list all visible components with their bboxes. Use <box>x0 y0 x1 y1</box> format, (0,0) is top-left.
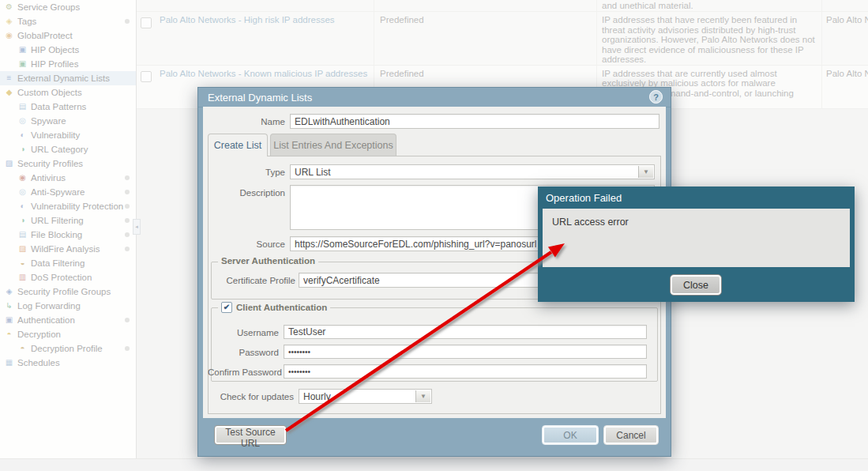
test-source-url-button[interactable]: Test Source URL <box>214 425 287 445</box>
username-label: Username <box>216 328 279 337</box>
dialog-title: External Dynamic Lists <box>198 88 671 107</box>
cancel-button[interactable]: Cancel <box>603 425 659 445</box>
server-authentication-legend: Server Authentication <box>218 256 318 266</box>
operation-failed-popup: Operation Failed URL access error Close <box>538 187 855 302</box>
name-input[interactable] <box>290 114 659 129</box>
client-authentication-checkbox[interactable]: ✔ <box>221 302 232 313</box>
tab-create-list[interactable]: Create List <box>208 134 268 156</box>
confirm-password-label: Confirm Password <box>208 367 279 377</box>
source-label: Source <box>216 239 285 249</box>
popup-message: URL access error <box>543 209 850 267</box>
confirm-password-input[interactable] <box>284 364 647 379</box>
type-label: Type <box>216 168 285 177</box>
description-label: Description <box>216 188 285 198</box>
type-select[interactable]: URL List ▼ <box>290 164 655 179</box>
ok-button[interactable]: OK <box>542 425 599 445</box>
chevron-down-icon[interactable]: ▼ <box>415 390 430 402</box>
tab-list-entries-and-exceptions[interactable]: List Entries And Exceptions <box>270 134 396 156</box>
password-label: Password <box>216 348 279 357</box>
chevron-down-icon[interactable]: ▼ <box>638 166 653 178</box>
help-icon[interactable]: ? <box>649 90 663 104</box>
popup-title: Operation Failed <box>538 187 855 209</box>
check-for-updates-label: Check for updates <box>216 392 294 401</box>
client-authentication-legend-text: Client Authentication <box>236 303 327 312</box>
password-input[interactable] <box>284 345 647 359</box>
close-button[interactable]: Close <box>670 274 722 296</box>
type-value: URL List <box>295 167 331 178</box>
check-for-updates-select[interactable]: Hourly ▼ <box>299 389 432 404</box>
client-authentication-legend: ✔ Client Authentication <box>218 302 330 313</box>
check-for-updates-value: Hourly <box>303 391 331 402</box>
name-label: Name <box>216 117 285 126</box>
pan-os-screen: ⚙Service Groups◈Tags◉GlobalProtect▣HIP O… <box>0 0 868 471</box>
username-input[interactable] <box>284 325 647 339</box>
certificate-profile-label: Certificate Profile <box>216 276 295 285</box>
